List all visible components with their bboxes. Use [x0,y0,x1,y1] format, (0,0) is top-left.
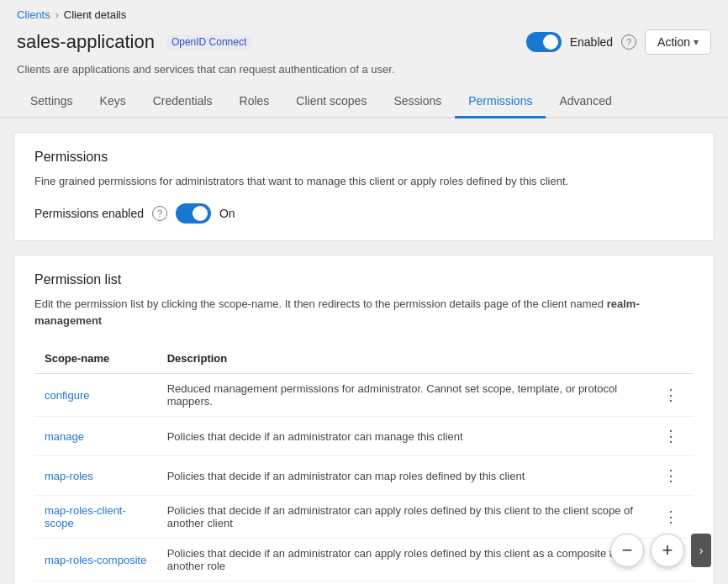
permissions-enabled-row: Permissions enabled ? On [34,203,694,224]
col-description: Description [157,344,648,374]
permissions-toggle[interactable] [176,203,211,224]
scope-name-cell[interactable]: configure [34,374,157,417]
table-row: map-roles-client-scopePolicies that deci… [34,496,694,539]
tab-keys[interactable]: Keys [87,86,140,118]
description-cell: Policies that decide if an administrator… [157,539,648,581]
permissions-help-icon[interactable]: ? [152,206,167,221]
header-right: Enabled ? Action ▾ [526,29,711,55]
side-chevron-icon: › [699,544,704,557]
openid-connect-badge: OpenID Connect [165,34,253,50]
main-content: Permissions Fine grained permissions for… [0,118,728,584]
tab-advanced[interactable]: Advanced [546,86,625,118]
breadcrumb-current: Client details [64,8,126,21]
description-cell: Policies that decide if an administrator… [157,456,648,496]
zoom-side-button[interactable]: › [691,534,711,567]
enabled-toggle[interactable] [526,32,562,52]
table-row: map-rolesPolicies that decide if an admi… [34,456,694,496]
table-row: token-exchangePolicies that decide which… [34,581,694,584]
tab-client-scopes[interactable]: Client scopes [282,86,380,118]
breadcrumb-separator: › [55,9,59,21]
scope-name-cell[interactable]: manage [34,417,157,456]
clients-breadcrumb-link[interactable]: Clients [17,8,50,21]
permission-list-title: Permission list [34,272,694,287]
page-title: sales-application [17,31,155,53]
zoom-out-button[interactable]: − [610,534,644,567]
permissions-on-label: On [219,207,235,220]
scope-name-cell[interactable]: token-exchange [34,581,157,584]
description-cell: Policies that decide if an administrator… [157,417,648,456]
action-button[interactable]: Action ▾ [645,29,711,55]
col-scope-name: Scope-name [34,344,157,374]
page-subtitle: Clients are applications and services th… [0,63,728,86]
zoom-in-button[interactable]: + [651,534,684,567]
kebab-menu-button[interactable]: ⋮ [658,384,683,406]
permission-list-card: Permission list Edit the permission list… [13,255,715,585]
enabled-label: Enabled [570,35,613,49]
tab-settings[interactable]: Settings [17,86,87,118]
help-icon[interactable]: ? [621,34,636,50]
chevron-down-icon: ▾ [694,36,699,48]
kebab-menu-button[interactable]: ⋮ [658,465,683,487]
tabs-bar: Settings Keys Credentials Roles Client s… [0,86,728,118]
kebab-menu-button[interactable]: ⋮ [658,506,683,528]
description-cell: Policies that decide if an administrator… [157,496,648,539]
table-row: map-roles-compositePolicies that decide … [34,539,694,581]
scope-name-cell[interactable]: map-roles-client-scope [34,496,157,539]
description-cell: Reduced management permissions for admin… [157,374,648,417]
table-row: configureReduced management permissions … [34,374,694,417]
permission-table: Scope-name Description configureReduced … [34,344,694,584]
kebab-menu-button[interactable]: ⋮ [658,425,683,447]
minus-icon: − [622,539,633,561]
permissions-card-title: Permissions [34,150,694,165]
permissions-card: Permissions Fine grained permissions for… [13,132,715,241]
tab-roles[interactable]: Roles [226,86,283,118]
tab-permissions[interactable]: Permissions [455,86,546,118]
description-cell: Policies that decide which clients are a… [157,581,648,584]
permissions-card-desc: Fine grained permissions for administrat… [34,173,694,190]
permissions-enabled-label: Permissions enabled [34,207,144,220]
scope-name-cell[interactable]: map-roles [34,456,157,496]
permission-list-desc: Edit the permission list by clicking the… [34,296,694,331]
tab-sessions[interactable]: Sessions [380,86,455,118]
page-header: sales-application OpenID Connect Enabled… [0,26,728,63]
zoom-controls: − + › [610,534,711,567]
scope-name-cell[interactable]: map-roles-composite [34,539,157,581]
plus-icon: + [662,539,673,561]
breadcrumb: Clients › Client details [0,0,728,26]
tab-credentials[interactable]: Credentials [140,86,226,118]
table-row: managePolicies that decide if an adminis… [34,417,694,456]
